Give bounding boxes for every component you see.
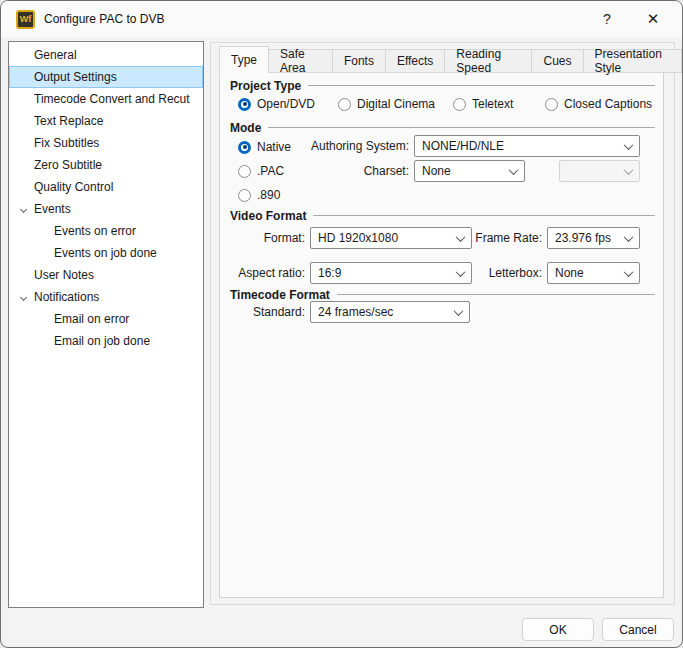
tab-bar: Type Safe Area Fonts Effects Reading Spe… xyxy=(219,46,682,73)
chevron-down-icon[interactable] xyxy=(20,294,27,301)
chevron-down-icon xyxy=(624,140,634,150)
chevron-down-icon xyxy=(456,232,466,242)
project-type-header: Project Type xyxy=(230,78,655,93)
sidebar-item-timecode-convert[interactable]: Timecode Convert and Recut xyxy=(9,88,203,110)
sidebar-item-output-settings[interactable]: Output Settings xyxy=(9,66,203,88)
configure-dialog: Wf Configure PAC to DVB ? ✕ General Outp… xyxy=(0,0,683,648)
charset-select[interactable]: None xyxy=(414,160,525,182)
radio-digital-cinema[interactable]: Digital Cinema xyxy=(338,96,435,112)
radio-icon xyxy=(238,189,251,202)
video-format-header: Video Format xyxy=(230,208,655,223)
aspect-ratio-select[interactable]: 16:9 xyxy=(310,262,472,284)
sidebar-item-quality-control[interactable]: Quality Control xyxy=(9,176,203,198)
chevron-down-icon xyxy=(509,165,519,175)
sidebar-item-text-replace[interactable]: Text Replace xyxy=(9,110,203,132)
tab-cues[interactable]: Cues xyxy=(532,49,583,73)
tab-fonts[interactable]: Fonts xyxy=(333,49,386,73)
title-bar: Wf Configure PAC to DVB ? ✕ xyxy=(1,1,682,37)
settings-nav-list: General Output Settings Timecode Convert… xyxy=(8,41,204,608)
tab-safe-area[interactable]: Safe Area xyxy=(269,49,333,73)
radio-890[interactable]: .890 xyxy=(238,187,280,203)
frame-rate-select[interactable]: 23.976 fps xyxy=(547,227,640,249)
authoring-system-select[interactable]: NONE/HD/NLE xyxy=(414,135,640,157)
standard-label: Standard: xyxy=(220,305,305,319)
chevron-down-icon xyxy=(456,267,466,277)
chevron-down-icon xyxy=(454,306,464,316)
letterbox-label: Letterbox: xyxy=(474,266,542,280)
cancel-button[interactable]: Cancel xyxy=(602,618,674,641)
letterbox-select[interactable]: None xyxy=(547,262,640,284)
chevron-down-icon[interactable] xyxy=(20,206,27,213)
radio-open-dvd[interactable]: Open/DVD xyxy=(238,96,315,112)
sidebar-item-events-on-error[interactable]: Events on error xyxy=(9,220,203,242)
mode-header: Mode xyxy=(230,120,655,135)
sidebar-item-email-on-job-done[interactable]: Email on job done xyxy=(9,330,203,352)
timecode-format-header: Timecode Format xyxy=(230,287,655,302)
tab-presentation-style[interactable]: Presentation Style xyxy=(584,49,682,73)
app-logo-icon: Wf xyxy=(16,10,35,29)
radio-icon xyxy=(453,98,466,111)
tab-type[interactable]: Type xyxy=(219,46,269,73)
help-button[interactable]: ? xyxy=(584,1,630,37)
format-select[interactable]: HD 1920x1080 xyxy=(310,227,472,249)
sidebar-item-fix-subtitles[interactable]: Fix Subtitles xyxy=(9,132,203,154)
chevron-down-icon xyxy=(624,267,634,277)
radio-icon xyxy=(338,98,351,111)
charset-label: Charset: xyxy=(220,164,409,178)
sidebar-item-events-on-job-done[interactable]: Events on job done xyxy=(9,242,203,264)
radio-closed-captions[interactable]: Closed Captions xyxy=(545,96,652,112)
chevron-down-icon xyxy=(624,232,634,242)
sidebar-item-zero-subtitle[interactable]: Zero Subtitle xyxy=(9,154,203,176)
sidebar-item-email-on-error[interactable]: Email on error xyxy=(9,308,203,330)
close-button[interactable]: ✕ xyxy=(630,1,676,37)
radio-selected-icon xyxy=(238,98,251,111)
frame-rate-label: Frame Rate: xyxy=(474,231,542,245)
window-title: Configure PAC to DVB xyxy=(44,12,165,26)
chevron-down-icon xyxy=(624,165,634,175)
radio-icon xyxy=(545,98,558,111)
format-label: Format: xyxy=(220,231,305,245)
tab-reading-speed[interactable]: Reading Speed xyxy=(445,49,532,73)
sidebar-item-general[interactable]: General xyxy=(9,44,203,66)
sidebar-item-user-notes[interactable]: User Notes xyxy=(9,264,203,286)
aspect-ratio-label: Aspect ratio: xyxy=(220,266,305,280)
standard-select[interactable]: 24 frames/sec xyxy=(310,301,470,323)
charset-secondary-select xyxy=(559,160,640,182)
radio-teletext[interactable]: Teletext xyxy=(453,96,513,112)
sidebar-item-events[interactable]: Events xyxy=(9,198,203,220)
tab-effects[interactable]: Effects xyxy=(386,49,445,73)
sidebar-item-notifications[interactable]: Notifications xyxy=(9,286,203,308)
ok-button[interactable]: OK xyxy=(522,618,594,641)
tab-page-type: Project Type Open/DVD Digital Cinema Tel… xyxy=(219,72,664,598)
authoring-system-label: Authoring System: xyxy=(220,139,409,153)
